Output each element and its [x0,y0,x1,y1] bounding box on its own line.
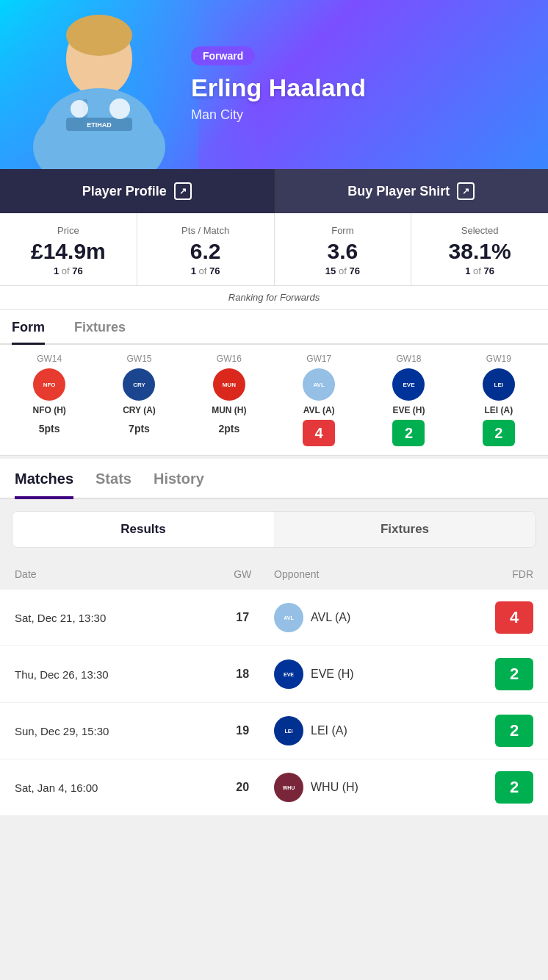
club-badge: NFO [33,368,65,401]
gw-pts: 4 [303,420,335,446]
match-gw: 18 [211,668,274,681]
selected-label: Selected [417,225,542,236]
external-link-icon: ↗ [174,182,192,200]
opponent-name: WHU (H) [311,781,358,794]
match-fdr: 4 [470,601,533,634]
external-link-shirt-icon: ↗ [457,182,475,200]
form-tab[interactable]: Form [12,310,45,345]
price-value: £14.9m [6,240,131,262]
results-fixtures-subtabs: Results Fixtures [12,511,536,548]
fdr-badge: 2 [495,658,533,690]
fdr-badge: 2 [495,771,533,804]
gw-label: GW16 [217,354,242,364]
player-image: ETIHAD [0,0,198,169]
table-row: Sun, Dec 29, 15:3019LEILEI (A)2 [0,703,548,759]
stat-form: Form 3.6 15 of 76 [275,213,412,285]
player-name: Erling Haaland [191,74,533,101]
ranking-note: Ranking for Forwards [0,286,548,310]
svg-text:ETIHAD: ETIHAD [87,121,112,129]
match-fdr: 2 [470,658,533,690]
opponent-badge: WHU [274,773,303,802]
svg-point-2 [66,15,132,56]
match-gw: 19 [211,724,274,737]
match-fdr: 2 [470,715,533,747]
tab-matches[interactable]: Matches [15,459,73,499]
header-gw: GW [211,568,274,580]
tab-stats[interactable]: Stats [95,459,131,499]
gw-item: GW17AVLAVL (A)4 [275,354,362,446]
club-badge: LEI [483,368,515,401]
hero-section: ETIHAD Forward Erling Haaland Man City [0,0,548,169]
match-opponent: LEILEI (A) [274,716,470,745]
header-opponent: Opponent [274,568,470,580]
match-date: Sat, Dec 21, 13:30 [15,612,211,624]
gw-item: GW18EVEEVE (H)2 [365,354,452,446]
opponent-badge: EVE [274,659,303,689]
buy-shirt-label: Buy Player Shirt [347,184,450,199]
match-opponent: EVEEVE (H) [274,659,470,689]
gw-match: AVL (A) [303,405,335,415]
gw-match: NFO (H) [33,405,66,415]
form-value: 3.6 [281,240,405,262]
match-date: Sat, Jan 4, 16:00 [15,782,211,794]
player-club: Man City [191,107,533,123]
fixtures-tab[interactable]: Fixtures [74,310,126,345]
table-header: Date GW Opponent FDR [0,559,548,590]
club-badge: AVL [303,368,335,401]
opponent-badge: AVL [274,603,303,632]
opponent-name: AVL (A) [311,611,350,624]
gw-item: GW19LEILEI (A)2 [455,354,542,446]
form-rank: 15 of 76 [281,265,405,276]
stat-selected: Selected 38.1% 1 of 76 [411,213,548,285]
gameweek-row: GW14NFONFO (H)5ptsGW15CRYCRY (A)7ptsGW16… [0,345,548,456]
match-date: Sun, Dec 29, 15:30 [15,725,211,737]
fdr-badge: 4 [495,601,533,634]
gw-label: GW19 [486,354,511,364]
position-badge: Forward [191,46,255,65]
club-badge: EVE [392,368,425,401]
player-profile-button[interactable]: Player Profile ↗ [0,169,275,213]
table-row: Sat, Jan 4, 16:0020WHUWHU (H)2 [0,759,548,816]
match-gw: 17 [211,611,274,624]
gw-item: GW15CRYCRY (A)7pts [95,354,182,446]
tab-history[interactable]: History [154,459,204,499]
sub-tab-results[interactable]: Results [12,512,274,547]
header-date: Date [15,568,211,580]
sub-tab-fixtures[interactable]: Fixtures [274,512,536,547]
svg-point-8 [109,99,130,119]
table-row: Thu, Dec 26, 13:3018EVEEVE (H)2 [0,646,548,703]
gw-label: GW18 [396,354,421,364]
gw-pts: 2 [392,420,425,446]
table-row: Sat, Dec 21, 13:3017AVLAVL (A)4 [0,590,548,646]
selected-value: 38.1% [417,240,542,262]
gw-match: CRY (A) [123,405,156,415]
pts-rank: 1 of 76 [143,265,268,276]
gw-pts: 2pts [218,420,239,437]
buy-shirt-button[interactable]: Buy Player Shirt ↗ [275,169,549,213]
match-table: Sat, Dec 21, 13:3017AVLAVL (A)4Thu, Dec … [0,590,548,816]
gw-item: GW14NFONFO (H)5pts [6,354,93,446]
stat-price: Price £14.9m 1 of 76 [0,213,137,285]
gw-match: LEI (A) [484,405,513,415]
match-date: Thu, Dec 26, 13:30 [15,668,211,681]
club-badge: MUN [213,368,245,401]
match-fdr: 2 [470,771,533,804]
match-gw: 20 [211,781,274,794]
opponent-badge: LEI [274,716,303,745]
gw-pts: 2 [483,420,515,446]
match-opponent: WHUWHU (H) [274,773,470,802]
gw-label: GW17 [306,354,331,364]
gw-pts: 7pts [129,420,150,437]
main-tab-bar: Matches Stats History [0,459,548,499]
header-fdr: FDR [470,568,533,580]
price-rank: 1 of 76 [6,265,131,276]
opponent-name: EVE (H) [311,668,354,681]
opponent-name: LEI (A) [311,724,347,737]
gw-match: EVE (H) [392,405,425,415]
price-label: Price [6,225,131,236]
action-buttons-bar: Player Profile ↗ Buy Player Shirt ↗ [0,169,548,213]
gw-match: MUN (H) [212,405,246,415]
form-fixtures-tab-bar: Form Fixtures [0,310,548,345]
hero-player-info: Forward Erling Haaland Man City [184,0,548,169]
stats-bar: Price £14.9m 1 of 76 Pts / Match 6.2 1 o… [0,213,548,286]
